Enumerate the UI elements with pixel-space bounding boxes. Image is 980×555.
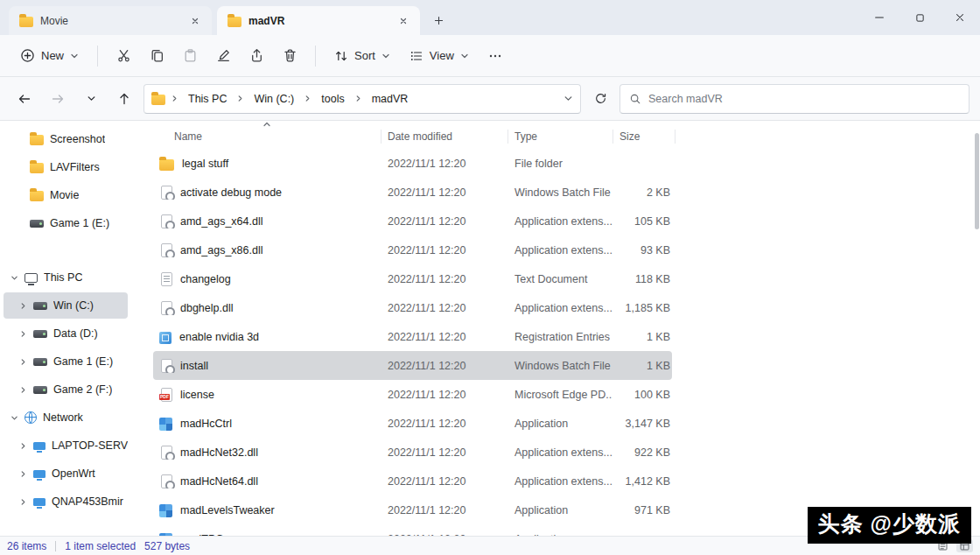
file-row[interactable]: license 2022/11/1 12:20 Microsoft Edge P… bbox=[153, 380, 672, 409]
close-icon[interactable] bbox=[187, 13, 203, 29]
new-tab-button[interactable] bbox=[425, 7, 452, 33]
sidebar-item-label: QNAP453Bmir bbox=[52, 495, 123, 508]
up-icon[interactable] bbox=[110, 85, 138, 113]
recent-locations-chevron-icon[interactable] bbox=[77, 85, 105, 113]
minimize-icon[interactable] bbox=[859, 0, 900, 35]
maximize-icon[interactable] bbox=[900, 0, 940, 35]
address-bar[interactable]: This PC Win (C:) tools madVR bbox=[144, 84, 581, 114]
sidebar-item-movie[interactable]: Movie bbox=[4, 182, 128, 208]
sidebar-item-network[interactable]: Network bbox=[4, 404, 128, 431]
search-icon bbox=[629, 93, 641, 105]
file-row[interactable]: legal stuff 2022/11/1 12:20 File folder bbox=[153, 149, 672, 178]
explorer-window: Movie madVR bbox=[0, 0, 980, 555]
file-type: File folder bbox=[508, 158, 612, 170]
drive-icon bbox=[33, 302, 47, 310]
chevron-down-icon bbox=[460, 52, 469, 60]
file-row[interactable]: activate debug mode 2022/11/1 12:20 Wind… bbox=[153, 178, 672, 207]
file-name: madLevelsTweaker bbox=[180, 504, 275, 516]
file-type-icon bbox=[161, 214, 172, 228]
drive-icon bbox=[30, 220, 44, 228]
file-type: Windows Batch File bbox=[508, 186, 612, 199]
chevron-right-icon[interactable] bbox=[19, 358, 27, 366]
sidebar-item-data-d[interactable]: Data (D:) bbox=[4, 320, 128, 347]
sidebar-item-screenshot[interactable]: Screenshot bbox=[4, 126, 128, 152]
file-row[interactable]: amd_ags_x86.dll 2022/11/1 12:20 Applicat… bbox=[153, 235, 672, 264]
column-header-size[interactable]: Size bbox=[612, 124, 672, 149]
sort-button[interactable]: Sort bbox=[326, 44, 398, 68]
file-type: Application bbox=[508, 533, 612, 537]
chevron-down-icon[interactable] bbox=[10, 274, 18, 282]
file-row[interactable]: madHcNet64.dll 2022/11/1 12:20 Applicati… bbox=[153, 467, 672, 495]
rename-icon[interactable] bbox=[208, 41, 238, 71]
file-row[interactable]: madTPG 2022/11/1 12:20 Application bbox=[153, 524, 672, 536]
chevron-right-icon bbox=[304, 95, 312, 102]
sidebar-item-qnap[interactable]: QNAP453Bmir bbox=[4, 488, 128, 515]
status-divider bbox=[55, 541, 56, 551]
file-date: 2022/11/1 12:20 bbox=[381, 186, 508, 199]
sidebar-item-laptop-serve[interactable]: LAPTOP-SERVE bbox=[4, 432, 128, 459]
cut-icon[interactable] bbox=[108, 41, 138, 71]
drive-icon bbox=[33, 358, 47, 366]
sidebar-item-label: Game 1 (E:) bbox=[53, 355, 113, 368]
sidebar-item-game1-pinned[interactable]: Game 1 (E:) bbox=[4, 210, 128, 236]
column-header-date[interactable]: Date modified bbox=[381, 124, 508, 149]
view-button[interactable]: View bbox=[402, 44, 477, 68]
close-icon[interactable] bbox=[940, 0, 980, 35]
file-row[interactable]: madHcCtrl 2022/11/1 12:20 Application 3,… bbox=[153, 409, 672, 438]
file-row[interactable]: changelog 2022/11/1 12:20 Text Document … bbox=[153, 264, 672, 293]
chevron-right-icon[interactable] bbox=[19, 302, 27, 310]
forward-icon[interactable] bbox=[44, 85, 72, 113]
file-row-selected[interactable]: install 2022/11/1 12:20 Windows Batch Fi… bbox=[153, 351, 672, 380]
file-row[interactable]: madLevelsTweaker 2022/11/1 12:20 Applica… bbox=[153, 495, 672, 524]
tab-madvr[interactable]: madVR bbox=[217, 6, 420, 35]
file-type: Application extens... bbox=[508, 244, 612, 256]
file-type: Microsoft Edge PD... bbox=[508, 389, 612, 401]
copy-icon[interactable] bbox=[142, 41, 172, 71]
breadcrumb-madvr[interactable]: madVR bbox=[368, 90, 413, 108]
breadcrumb-win-c[interactable]: Win (C:) bbox=[249, 90, 298, 108]
search-input[interactable] bbox=[648, 93, 960, 105]
sidebar-item-openwrt[interactable]: OpenWrt bbox=[4, 460, 128, 487]
command-bar: New Sort View bbox=[0, 35, 980, 77]
file-row[interactable]: enable nvidia 3d 2022/11/1 12:20 Registr… bbox=[153, 322, 672, 351]
view-button-label: View bbox=[430, 49, 454, 62]
paste-icon[interactable] bbox=[175, 41, 205, 71]
chevron-right-icon[interactable] bbox=[19, 442, 27, 450]
new-button[interactable]: New bbox=[12, 43, 87, 68]
close-icon[interactable] bbox=[396, 13, 411, 29]
sidebar-item-lavfilters[interactable]: LAVFilters bbox=[4, 154, 128, 180]
sidebar-item-game1-e[interactable]: Game 1 (E:) bbox=[4, 348, 128, 375]
file-row[interactable]: dbghelp.dll 2022/11/1 12:20 Application … bbox=[153, 293, 672, 322]
file-type: Application extens... bbox=[508, 475, 612, 488]
breadcrumb-this-pc[interactable]: This PC bbox=[184, 90, 231, 108]
file-row[interactable]: amd_ags_x64.dll 2022/11/1 12:20 Applicat… bbox=[153, 207, 672, 235]
breadcrumb-tools[interactable]: tools bbox=[317, 90, 348, 108]
chevron-down-icon[interactable] bbox=[10, 414, 18, 422]
address-dropdown-chevron-icon[interactable] bbox=[564, 94, 573, 103]
column-header-name[interactable]: Name bbox=[153, 124, 381, 149]
column-header-type[interactable]: Type bbox=[508, 124, 612, 149]
chevron-right-icon[interactable] bbox=[19, 498, 27, 506]
chevron-right-icon[interactable] bbox=[19, 470, 27, 478]
scrollbar-thumb[interactable] bbox=[975, 133, 979, 229]
search-box[interactable] bbox=[620, 84, 970, 114]
back-icon[interactable] bbox=[10, 85, 38, 113]
chevron-right-icon[interactable] bbox=[19, 330, 27, 338]
sidebar-item-this-pc[interactable]: This PC bbox=[4, 264, 128, 291]
refresh-icon[interactable] bbox=[586, 85, 614, 113]
file-date: 2022/11/1 12:20 bbox=[381, 389, 508, 401]
file-row[interactable]: madHcNet32.dll 2022/11/1 12:20 Applicati… bbox=[153, 438, 672, 467]
chevron-right-icon[interactable] bbox=[19, 386, 27, 394]
file-name: amd_ags_x64.dll bbox=[180, 215, 263, 228]
file-type: Application extens... bbox=[508, 302, 612, 314]
more-options-icon[interactable] bbox=[480, 41, 510, 71]
vertical-scrollbar[interactable] bbox=[975, 128, 979, 529]
sidebar-item-label: Game 1 (E:) bbox=[50, 217, 109, 229]
sidebar-item-win-c[interactable]: Win (C:) bbox=[4, 292, 128, 319]
tab-movie[interactable]: Movie bbox=[9, 6, 212, 35]
share-icon[interactable] bbox=[242, 41, 271, 71]
file-name: madHcNet64.dll bbox=[180, 475, 258, 488]
delete-icon[interactable] bbox=[275, 41, 304, 71]
sidebar-item-game2-f[interactable]: Game 2 (F:) bbox=[4, 376, 128, 403]
file-name: dbghelp.dll bbox=[180, 302, 233, 314]
